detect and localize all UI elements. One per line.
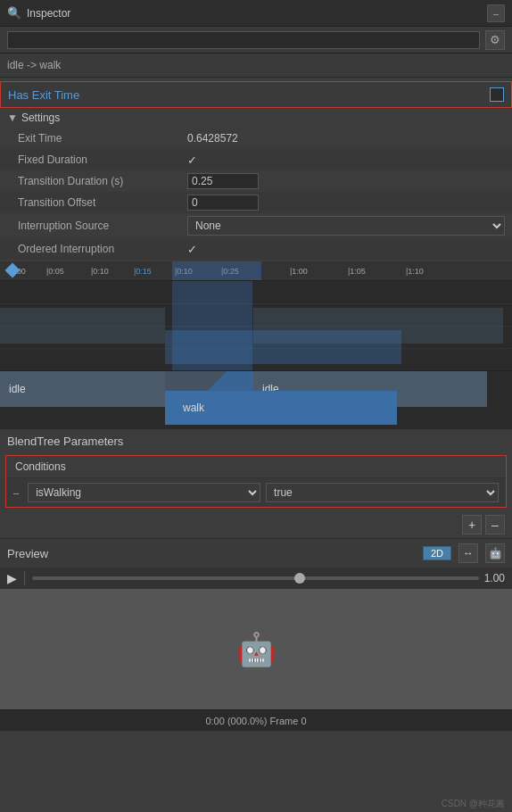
setting-row-fixed-duration: Fixed Duration ✓ [0, 149, 512, 170]
has-exit-time-label: Has Exit Time [8, 88, 79, 102]
preview-header: Preview 2D ↔ 🤖 [0, 538, 512, 568]
timeline-selection [172, 261, 261, 280]
remove-condition-button[interactable]: – [485, 515, 505, 534]
settings-label: Settings [21, 112, 60, 124]
transition-offset-label: Transition Offset [18, 196, 187, 209]
transition-duration-input[interactable] [187, 173, 259, 189]
add-remove-row: + – [0, 511, 512, 538]
fixed-duration-check[interactable]: ✓ [187, 153, 197, 167]
settings-header[interactable]: ▼ Settings [0, 108, 512, 128]
header-bar: 🔍 Inspector – [0, 0, 512, 27]
anim-walk-bar: walk [165, 391, 397, 425]
toolbar: ⚙ [0, 27, 512, 54]
anim-idle-left: idle [0, 371, 165, 407]
tick-6: |1:00 [290, 267, 308, 276]
setting-row-exit-time: Exit Time 0.6428572 [0, 128, 512, 149]
exit-time-value: 0.6428572 [187, 132, 505, 145]
exit-time-label: Exit Time [18, 132, 187, 145]
credit-text: CSDN @种花酱 [442, 798, 505, 810]
tick-7: |1:05 [348, 267, 366, 276]
breadcrumb: idle -> walk [0, 54, 512, 78]
tick-8: |1:10 [406, 267, 424, 276]
interruption-source-dropdown-row: None [187, 216, 505, 236]
preview-character: 🤖 [236, 631, 277, 668]
transition-duration-label: Transition Duration (s) [18, 175, 187, 187]
conditions-box: Conditions – isWalking true false [5, 455, 507, 508]
collapse-button[interactable]: – [487, 4, 505, 22]
interruption-source-label: Interruption Source [18, 220, 187, 232]
preview-controls: ▶ 1.00 [0, 568, 512, 589]
has-exit-time-row: Has Exit Time [0, 81, 512, 108]
gear-button[interactable]: ⚙ [485, 30, 505, 50]
header-controls: – [487, 4, 505, 22]
collapse-triangle: ▼ [7, 112, 18, 124]
conditions-header: Conditions [6, 456, 506, 478]
setting-row-transition-duration: Transition Duration (s) [0, 170, 512, 192]
timeline-container: |:00 |0:05 |0:10 |0:15 |0:10 |0:25 |1:00… [0, 261, 512, 370]
track-line-1 [0, 303, 512, 304]
has-exit-time-checkbox[interactable] [490, 87, 504, 102]
preview-slider-thumb[interactable] [294, 573, 305, 584]
divider [24, 571, 25, 585]
interruption-source-select[interactable]: None [187, 216, 505, 236]
preview-avatar-button[interactable]: ↔ [458, 543, 478, 563]
setting-row-transition-offset: Transition Offset [0, 192, 512, 213]
inspector-icon: 🔍 [7, 6, 21, 20]
setting-row-ordered-interruption: Ordered Interruption ✓ [0, 238, 512, 260]
preview-slider[interactable] [32, 576, 479, 580]
preview-settings-button[interactable]: 🤖 [485, 543, 505, 563]
condition-row-0: – isWalking true false [6, 478, 506, 507]
condition-row-indicator: – [13, 487, 19, 498]
walk-waveform [165, 330, 401, 364]
preview-label: Preview [7, 547, 416, 560]
preview-slider-value: 1.00 [484, 572, 505, 584]
condition-value-select[interactable]: true false [266, 483, 499, 502]
tracks-area[interactable] [0, 281, 512, 370]
ordered-interruption-check[interactable]: ✓ [187, 243, 197, 256]
search-input[interactable] [7, 31, 480, 49]
condition-param-select[interactable]: isWalking [28, 483, 260, 502]
header-title: Inspector [27, 7, 70, 20]
animation-bars: idle idle walk [0, 370, 512, 429]
preview-2d-button[interactable]: 2D [423, 546, 451, 560]
preview-viewport: 🤖 [0, 589, 512, 709]
timeline-marker[interactable] [5, 263, 21, 278]
ordered-interruption-label: Ordered Interruption [18, 243, 187, 255]
setting-row-interruption-source: Interruption Source None [0, 213, 512, 238]
tick-1: |0:05 [46, 267, 64, 276]
tick-2: |0:10 [91, 267, 109, 276]
status-text: 0:00 (000.0%) Frame 0 [205, 716, 306, 726]
fixed-duration-label: Fixed Duration [18, 153, 187, 166]
tick-3: |0:15 [134, 267, 152, 276]
play-button[interactable]: ▶ [7, 571, 17, 585]
status-bar: 0:00 (000.0%) Frame 0 [0, 709, 512, 731]
timeline-ruler[interactable]: |:00 |0:05 |0:10 |0:15 |0:10 |0:25 |1:00… [0, 261, 512, 281]
blendtree-label: BlendTree Parameters [0, 429, 512, 452]
transition-offset-input[interactable] [187, 195, 259, 211]
add-condition-button[interactable]: + [462, 515, 482, 534]
gear-icon: ⚙ [490, 33, 500, 46]
idle-waveform-left [0, 308, 165, 344]
